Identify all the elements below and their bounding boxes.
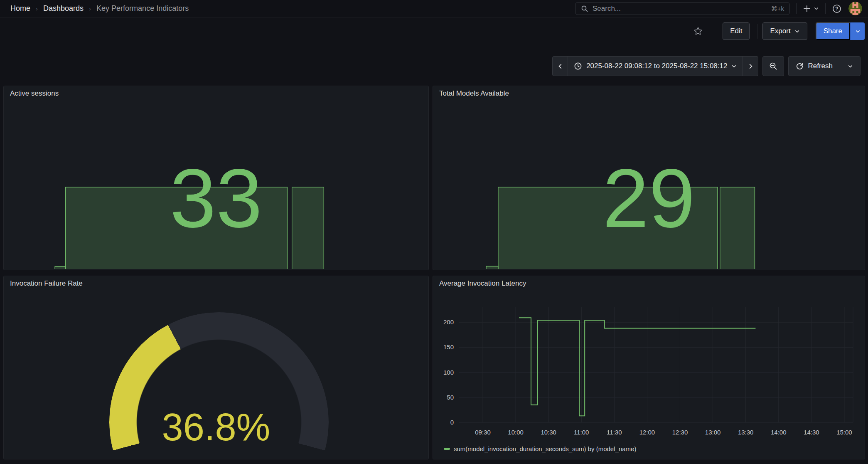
refresh-interval-button[interactable] [840,56,861,76]
time-range-picker[interactable]: 2025-08-22 09:08:12 to 2025-08-22 15:08:… [568,56,743,76]
search-shortcut: ⌘+k [771,5,784,12]
clock-icon [574,62,582,70]
chevron-down-icon [855,29,861,34]
svg-text:10:00: 10:00 [508,429,524,436]
svg-text:14:00: 14:00 [771,429,787,436]
svg-text:12:30: 12:30 [672,429,688,436]
breadcrumb-home[interactable]: Home [10,4,30,13]
export-button[interactable]: Export [762,22,807,40]
time-shift-forward-button[interactable] [743,56,758,76]
search-icon [581,5,588,12]
stat-value: 33 [4,148,428,248]
breadcrumb-dashboards[interactable]: Dashboards [43,4,84,13]
user-avatar-image [848,2,862,15]
breadcrumb-current-page: Key Performance Indicators [96,4,189,13]
panel-total-models: Total Models Available 29 [433,86,865,270]
panel-title[interactable]: Average Invocation Latency [439,279,526,288]
time-range-group: 2025-08-22 09:08:12 to 2025-08-22 15:08:… [552,56,758,76]
zoom-out-icon [769,62,778,71]
chevron-right-icon: › [36,5,38,12]
chevron-down-icon [814,6,819,11]
refresh-icon [796,62,804,70]
chevron-down-icon [848,64,853,69]
refresh-button[interactable]: Refresh [788,56,840,76]
time-controls-row: 2025-08-22 09:08:12 to 2025-08-22 15:08:… [0,45,868,76]
time-shift-back-button[interactable] [552,56,568,76]
refresh-label: Refresh [808,62,833,70]
actions-divider [714,24,714,39]
chevron-down-icon [794,29,800,34]
svg-text:0: 0 [450,419,454,426]
user-avatar[interactable] [848,2,862,15]
svg-text:15:00: 15:00 [836,429,852,436]
svg-text:13:30: 13:30 [738,429,754,436]
export-label: Export [770,27,790,35]
svg-text:100: 100 [443,369,454,376]
svg-text:11:30: 11:30 [607,429,622,436]
share-menu-button[interactable] [850,22,865,40]
actions-divider [757,24,757,39]
panel-failure-rate: Invocation Failure Rate 36.8% [3,276,429,459]
svg-text:12:00: 12:00 [639,429,655,436]
stat-value: 29 [433,148,865,248]
dashboard-actions-row: Edit Export Share [0,17,868,45]
zoom-out-button[interactable] [762,56,784,76]
panel-title[interactable]: Total Models Available [439,89,509,98]
svg-text:09:30: 09:30 [475,429,491,436]
time-range-label: 2025-08-22 09:08:12 to 2025-08-22 15:08:… [586,62,727,70]
favorite-button[interactable] [693,26,703,36]
search-placeholder: Search... [593,5,621,13]
chevron-right-icon [748,63,754,69]
svg-text:10:30: 10:30 [541,429,556,436]
nav-divider [796,3,797,14]
share-button[interactable]: Share [816,22,850,40]
top-nav: Home › Dashboards › Key Performance Indi… [0,0,868,17]
share-split-button: Share [816,22,865,40]
legend-label: sum(model_invocation_duration_seconds_su… [454,445,636,452]
svg-text:150: 150 [443,343,454,350]
svg-text:50: 50 [447,394,454,401]
star-icon [693,26,703,36]
chevron-down-icon [731,64,737,69]
latency-chart[interactable]: 05010015020009:3010:0010:3011:0011:3012:… [433,276,865,459]
svg-text:13:00: 13:00 [705,429,721,436]
plus-icon [803,5,811,13]
nav-divider [825,3,826,14]
chevron-right-icon: › [89,5,91,12]
svg-text:14:30: 14:30 [804,429,819,436]
chart-legend[interactable]: sum(model_invocation_duration_seconds_su… [444,445,636,452]
panel-title[interactable]: Active sessions [10,89,59,98]
svg-text:200: 200 [443,318,454,326]
panel-title[interactable]: Invocation Failure Rate [10,279,83,288]
panel-latency: Average Invocation Latency 0501001502000… [433,276,865,459]
add-new-button[interactable] [803,5,819,13]
edit-button[interactable]: Edit [723,22,750,40]
chevron-left-icon [557,63,563,69]
dashboard-grid: Active sessions 33 Total Models Availabl… [0,76,868,463]
gauge-value: 36.8% [4,406,428,448]
breadcrumb: Home › Dashboards › Key Performance Indi… [10,4,189,13]
search-input[interactable]: Search... ⌘+k [575,2,790,15]
svg-text:11:00: 11:00 [574,429,589,436]
help-icon: ? [832,4,842,14]
svg-text:?: ? [835,6,838,12]
refresh-split-button: Refresh [788,56,861,76]
panel-active-sessions: Active sessions 33 [3,86,429,270]
help-button[interactable]: ? [832,4,842,14]
legend-swatch [444,448,450,450]
